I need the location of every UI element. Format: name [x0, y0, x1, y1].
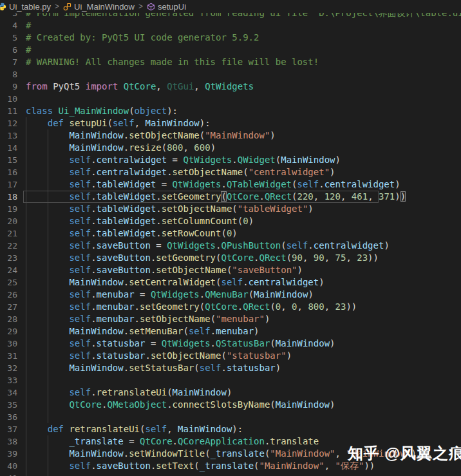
- token-d: ,: [368, 191, 379, 202]
- code-editor[interactable]: 3# Form implementation generated from re…: [0, 7, 461, 476]
- token-d: (: [200, 301, 205, 312]
- code-line[interactable]: 23 self.saveButton.setGeometry(QtCore.QR…: [0, 252, 461, 264]
- code-line[interactable]: 6#: [0, 44, 461, 56]
- code-line[interactable]: 33: [0, 374, 461, 386]
- line-number: 11: [0, 105, 17, 117]
- breadcrumb-item-class[interactable]: Ui_MainWindow: [63, 2, 135, 12]
- code-line[interactable]: 26 self.menubar = QtWidgets.QMenuBar(Mai…: [0, 289, 461, 301]
- token-d: [26, 155, 69, 165]
- breadcrumb-item-method[interactable]: setupUi: [147, 2, 186, 12]
- code-line[interactable]: 30 self.statusbar = QtWidgets.QStatusBar…: [0, 338, 461, 350]
- line-number: 33: [0, 374, 17, 386]
- code-text: # Created by: PyQt5 UI code generator 5.…: [26, 32, 259, 44]
- token-v: MainWindow: [276, 338, 330, 348]
- code-line[interactable]: 9from PyQt5 import QtCore, QtGui, QtWidg…: [0, 81, 461, 93]
- token-t: QPushButton: [221, 240, 281, 251]
- token-t: QTableWidget: [227, 179, 292, 189]
- token-f: translate: [270, 436, 319, 446]
- code-line[interactable]: 11class Ui_MainWindow(object):: [0, 105, 461, 117]
- code-line[interactable]: 13 MainWindow.setObjectName("MainWindow"…: [0, 129, 461, 142]
- line-number: 5: [0, 32, 17, 44]
- token-k: self: [69, 289, 91, 300]
- code-line[interactable]: 15 self.centralwidget = QtWidgets.QWidge…: [0, 154, 461, 166]
- code-line[interactable]: 32 MainWindow.setStatusBar(self.statusba…: [0, 362, 461, 374]
- code-line[interactable]: 5# Created by: PyQt5 UI code generator 5…: [0, 32, 461, 44]
- token-d: .: [156, 216, 161, 226]
- code-line[interactable]: 21 self.tableWidget.setRowCount(0): [0, 227, 461, 240]
- token-k: class: [26, 106, 53, 116]
- code-line[interactable]: 12 def setupUi(self, MainWindow):: [0, 117, 461, 129]
- vscode-editor-window: Ui_table.py > Ui_MainWindow > setupUi: [0, 0, 461, 476]
- code-line[interactable]: 20 self.tableWidget.setColumnCount(0): [0, 215, 461, 227]
- code-text: self.menubar.setGeometry(QtCore.QRect(0,…: [26, 301, 357, 313]
- code-line[interactable]: 28 self.menubar.setObjectName("menubar"): [0, 313, 461, 325]
- token-d: [118, 81, 123, 91]
- token-d: [26, 142, 69, 153]
- token-k: self: [287, 240, 308, 251]
- token-f: connectSlotsByName: [173, 399, 270, 410]
- code-line[interactable]: 10: [0, 93, 461, 105]
- code-line[interactable]: 37 def retranslateUi(self, MainWindow):: [0, 423, 461, 435]
- indent-guide: [48, 411, 48, 423]
- token-k: self: [69, 240, 91, 251]
- code-line[interactable]: 22 self.saveButton = QtWidgets.QPushButt…: [0, 240, 461, 252]
- token-d: [26, 461, 69, 471]
- code-line[interactable]: 25 MainWindow.setCentralWidget(self.cent…: [0, 276, 461, 289]
- token-d: ): [227, 387, 232, 397]
- code-line[interactable]: 36: [0, 411, 461, 423]
- token-t: QtWidgets: [173, 179, 221, 189]
- code-line[interactable]: 7# WARNING! All changes made in this fil…: [0, 56, 461, 68]
- token-d: .: [145, 350, 150, 361]
- token-d: ,: [325, 301, 335, 312]
- breadcrumb-item-file[interactable]: Ui_table.py: [1, 2, 51, 12]
- token-t: QtCore: [227, 191, 259, 202]
- token-t: QtWidgets: [167, 240, 216, 251]
- line-number: 40: [0, 460, 17, 472]
- token-k: self: [113, 118, 135, 128]
- line-number: 18: [0, 191, 17, 203]
- token-d: .: [91, 301, 96, 312]
- token-d: .: [91, 240, 96, 251]
- token-v: MainWindow: [254, 289, 308, 300]
- token-d: .: [211, 326, 216, 336]
- code-line[interactable]: 34 self.retranslateUi(MainWindow): [0, 386, 461, 399]
- code-line[interactable]: 16 self.centralwidget.setObjectName("cen…: [0, 166, 461, 178]
- code-text: # WARNING! All changes made in this file…: [26, 56, 319, 68]
- token-d: .: [124, 363, 129, 373]
- token-d: (: [221, 350, 226, 361]
- token-d: ,: [297, 301, 308, 312]
- token-f: setObjectName: [156, 265, 227, 275]
- code-line[interactable]: 14 MainWindow.resize(800, 600): [0, 142, 461, 154]
- code-line[interactable]: 24 self.saveButton.setObjectName("saveBu…: [0, 264, 461, 276]
- token-d: .: [232, 155, 237, 165]
- token-k: self: [200, 363, 221, 373]
- token-d: [26, 424, 48, 434]
- code-line[interactable]: 27 self.menubar.setGeometry(QtCore.QRect…: [0, 301, 461, 313]
- code-text: self.saveButton = QtWidgets.QPushButton(…: [26, 240, 390, 252]
- token-d: )): [346, 301, 357, 312]
- token-v: tableWidget: [97, 179, 156, 189]
- code-line[interactable]: 31 self.statusbar.setObjectName("statusb…: [0, 350, 461, 362]
- code-line[interactable]: 8: [0, 68, 461, 81]
- code-line[interactable]: 17 self.tableWidget = QtWidgets.QTableWi…: [0, 178, 461, 191]
- code-line[interactable]: 18 self.tableWidget.setGeometry(QtCore.Q…: [0, 191, 461, 203]
- token-d: [26, 338, 69, 348]
- token-f: setGeometry: [140, 301, 200, 312]
- line-number: 36: [0, 411, 17, 423]
- token-d: [26, 240, 69, 251]
- code-line[interactable]: 4#: [0, 19, 461, 32]
- token-n: 75: [335, 252, 346, 263]
- line-number: 26: [0, 289, 17, 301]
- code-line[interactable]: 35 QtCore.QMetaObject.connectSlotsByName…: [0, 399, 461, 411]
- token-v: _translate: [211, 448, 265, 459]
- token-d: .: [135, 301, 140, 312]
- indent-guide: [48, 472, 48, 476]
- bracket-match: (: [221, 191, 226, 202]
- code-line[interactable]: 19 self.tableWidget.setObjectName("table…: [0, 203, 461, 215]
- code-line[interactable]: 41: [0, 472, 461, 476]
- line-number: 31: [0, 350, 17, 362]
- token-v: statusbar: [97, 350, 146, 361]
- code-line[interactable]: 29 MainWindow.setMenuBar(self.menubar): [0, 325, 461, 338]
- code-text: #: [26, 44, 31, 56]
- code-text: self.saveButton.setText(_translate("Main…: [26, 460, 375, 472]
